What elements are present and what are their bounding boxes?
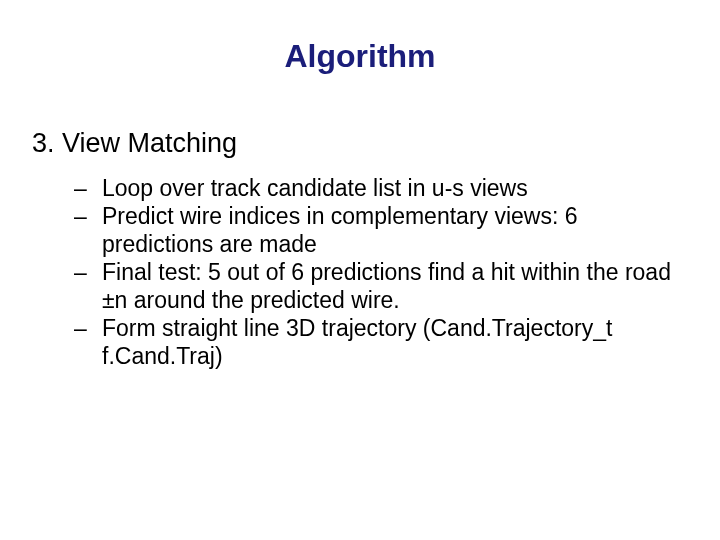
list-item: Loop over track candidate list in u-s vi… bbox=[74, 174, 680, 202]
list-item-text: Form straight line 3D trajectory (Cand.T… bbox=[102, 315, 612, 369]
list-item-text: Predict wire indices in complementary vi… bbox=[102, 203, 578, 257]
list-item: Predict wire indices in complementary vi… bbox=[74, 202, 680, 258]
list-item: Form straight line 3D trajectory (Cand.T… bbox=[74, 314, 680, 370]
bullet-list: Loop over track candidate list in u-s vi… bbox=[74, 174, 680, 370]
list-item-text: Loop over track candidate list in u-s vi… bbox=[102, 175, 528, 201]
section-heading: 3. View Matching bbox=[32, 128, 237, 159]
slide: Algorithm 3. View Matching Loop over tra… bbox=[0, 0, 720, 540]
list-item-text: Final test: 5 out of 6 predictions find … bbox=[102, 259, 671, 313]
slide-title: Algorithm bbox=[0, 38, 720, 75]
list-item: Final test: 5 out of 6 predictions find … bbox=[74, 258, 680, 314]
